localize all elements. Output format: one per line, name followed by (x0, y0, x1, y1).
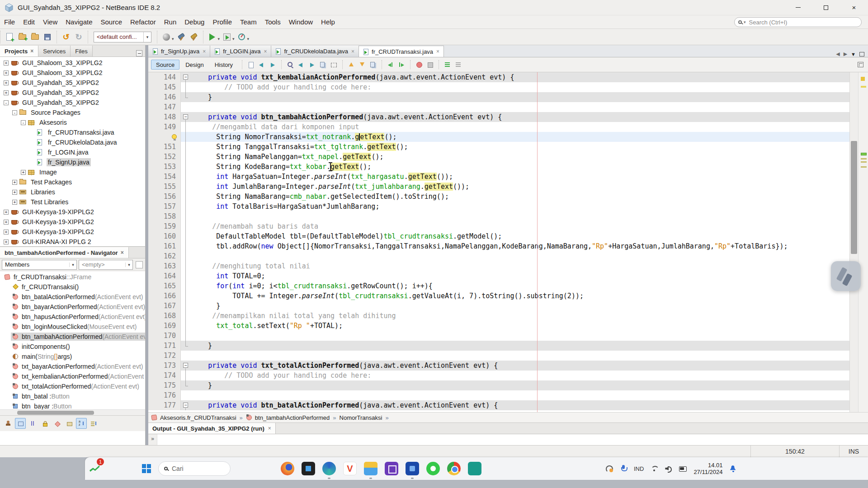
forward-icon[interactable] (268, 60, 278, 69)
uncomment-icon[interactable] (453, 60, 463, 69)
tree-item[interactable]: +GUI-Keysya-19-XIPPLG2 (0, 217, 145, 227)
show-static-icon[interactable] (27, 418, 38, 429)
tree-item[interactable]: +Libraries (0, 187, 145, 197)
code-line[interactable]: 144− private void txt_kembalianActionPer… (148, 72, 850, 82)
debug-project-icon[interactable] (221, 31, 233, 43)
menu-file[interactable]: File (0, 15, 19, 29)
navigator-item[interactable]: main(String[] args) (0, 352, 145, 361)
navigator-item[interactable]: btn_loginMouseClicked(MouseEvent evt) (0, 322, 145, 332)
maximize-button[interactable] (812, 0, 840, 15)
expand-icon[interactable]: + (4, 70, 9, 75)
code-line[interactable]: 167 } (148, 301, 850, 311)
scroll-left-icon[interactable]: ◀ (836, 51, 840, 57)
save-all-icon[interactable] (41, 31, 54, 43)
code-line[interactable]: 170 (148, 331, 850, 341)
tree-item[interactable]: +fr_SignUp.java (0, 157, 145, 167)
code-line[interactable]: 147 (148, 102, 850, 112)
tree-item[interactable]: -Source Packages (0, 108, 145, 117)
navigator-item[interactable]: fr_CRUDTransaksi() (0, 282, 145, 292)
code-line[interactable]: 157 int TotalBaris=HargaSatuan*JumlahBar… (148, 202, 850, 211)
editor-tab[interactable]: fr_CRUDkelolaData.java× (271, 46, 359, 57)
profile-project-icon[interactable] (236, 31, 248, 43)
warning-mark[interactable] (861, 86, 866, 88)
navigator-item[interactable]: btn_batal : Button (0, 391, 145, 401)
purple-app-taskbar-icon[interactable] (383, 460, 400, 477)
breadcrumb-variable[interactable]: NomorTransaksi (340, 414, 382, 421)
close-icon[interactable]: × (264, 48, 267, 55)
breadcrumb-class[interactable]: Aksesoris.fr_CRUDTransaksi (160, 414, 236, 421)
start-macro-icon[interactable] (414, 60, 424, 69)
code-line[interactable]: 153 String KodeBarang=txt_kobar.getText(… (148, 162, 850, 172)
clean-build-project-icon[interactable] (188, 31, 200, 43)
file-explorer-taskbar-icon[interactable] (363, 460, 379, 477)
expand-icon[interactable]: + (12, 190, 17, 195)
stocks-tray-app-icon[interactable]: 1 (89, 461, 102, 474)
tree-item[interactable]: +GUI_Syahdah_35_XIPPG2 (0, 78, 145, 88)
language-indicator[interactable]: IND (634, 465, 644, 472)
code-line[interactable]: 165 for(int i=0; i<tbl_crudtransaksi.get… (148, 281, 850, 291)
expand-icon[interactable]: + (4, 239, 9, 244)
last-edit-icon[interactable] (246, 60, 256, 69)
menu-tools[interactable]: Tools (261, 15, 285, 29)
code-editor[interactable]: 144− private void txt_kembalianActionPer… (148, 72, 868, 412)
collapse-icon[interactable]: - (21, 120, 26, 125)
close-icon[interactable]: × (268, 425, 271, 432)
view-design-button[interactable]: Design (180, 60, 208, 70)
tree-item[interactable]: +GUI-KIRANA-XI PPLG 2 (0, 237, 145, 246)
menu-refactor[interactable]: Refactor (126, 15, 160, 29)
code-line[interactable]: 174 // TODO add your handling code here: (148, 371, 850, 380)
sort-by-source-icon[interactable] (88, 418, 99, 429)
code-line[interactable]: 146 } (148, 92, 850, 102)
editor-vertical-scrollbar[interactable] (849, 72, 858, 412)
open-project-icon[interactable] (28, 31, 41, 43)
menu-help[interactable]: Help (317, 15, 339, 29)
navigator-options-icon[interactable] (136, 261, 143, 268)
copy-lines-icon[interactable] (368, 60, 378, 69)
expand-icon[interactable]: + (21, 170, 26, 175)
output-console[interactable] (157, 434, 868, 445)
code-line[interactable]: 159 //menambah satu baris data (148, 221, 850, 231)
code-line[interactable]: 166 TOTAL += Integer.parseInt(tbl_crudtr… (148, 291, 850, 301)
new-file-icon[interactable] (3, 31, 16, 43)
code-line[interactable]: 169 txt_total.setText("Rp "+TOTAL); (148, 321, 850, 331)
view-source-button[interactable]: Source (151, 60, 179, 70)
previous-occurrence-icon[interactable] (296, 60, 306, 69)
navigator-item[interactable]: txt_bayarActionPerformed(ActionEvent evt… (0, 361, 145, 371)
comment-icon[interactable] (443, 60, 453, 69)
editor-tab[interactable]: fr_CRUDTransaksi.java× (359, 46, 444, 57)
navigator-item[interactable]: btn_hapusActionPerformed(ActionEvent evt… (0, 312, 145, 322)
tree-item[interactable]: +Image (0, 167, 145, 177)
menu-navigate[interactable]: Navigate (61, 15, 96, 29)
undo-icon[interactable]: ↺ (60, 31, 72, 43)
show-non-public-icon[interactable] (39, 418, 50, 429)
navigator-tab[interactable]: btn_tambahActionPerformed - Navigator × (0, 247, 129, 258)
tab-list-icon[interactable]: ▼ (851, 52, 856, 57)
shift-right-icon[interactable] (396, 60, 406, 69)
fold-margin[interactable]: − (181, 361, 192, 371)
shift-left-icon[interactable] (386, 60, 396, 69)
code-line[interactable]: 168 //menampilkan nilai total yang telah… (148, 311, 850, 321)
occurrence-mark[interactable] (861, 161, 867, 163)
clock[interactable]: 14.01 27/11/2024 (693, 462, 722, 475)
expand-icon[interactable]: + (12, 180, 17, 185)
editor-tab[interactable]: fr_LOGIN.java× (210, 46, 271, 57)
microphone-icon[interactable] (619, 465, 627, 472)
menu-edit[interactable]: Edit (19, 15, 39, 29)
scroll-right-icon[interactable]: ▶ (844, 51, 847, 57)
menu-debug[interactable]: Debug (180, 15, 208, 29)
redo-icon[interactable]: ↻ (72, 31, 85, 43)
code-line[interactable]: 154 int HargaSatuan=Integer.parseInt(txt… (148, 172, 850, 182)
editor-toolbar-options-icon[interactable] (858, 62, 863, 67)
fold-margin[interactable]: − (181, 112, 192, 122)
code-line[interactable]: 160 DefaultTableModel tbl=(DefaultTableM… (148, 231, 850, 241)
code-line[interactable]: 163 //menghitung total nilai (148, 261, 850, 271)
chrome-browser-taskbar-icon[interactable] (446, 460, 462, 477)
back-icon[interactable] (257, 60, 267, 69)
navigator-horizontal-scrollbar[interactable] (0, 409, 145, 415)
code-line[interactable]: 156 String NamaBarang=cmb_nabar.getSelec… (148, 192, 850, 202)
green-app-taskbar-icon[interactable] (425, 460, 441, 477)
notifications-bell-icon[interactable] (729, 465, 737, 472)
close-button[interactable]: × (840, 0, 868, 15)
code-line[interactable]: String NomorTransaksi=txt_notrank.getTex… (148, 132, 850, 142)
tree-item[interactable]: +fr_CRUDkelolaData.java (0, 137, 145, 147)
